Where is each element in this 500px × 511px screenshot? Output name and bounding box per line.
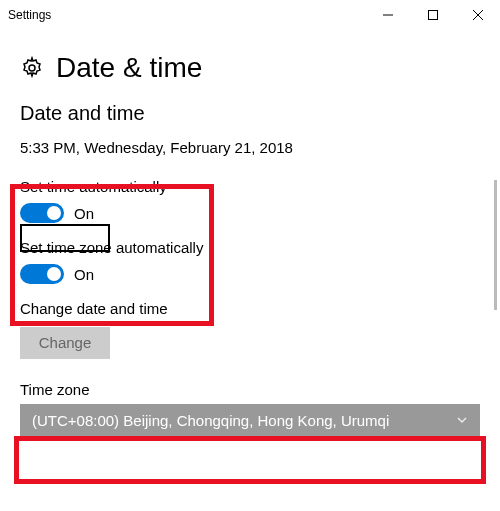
- page-header: Date & time: [20, 52, 480, 84]
- annotation-highlight: [14, 436, 486, 484]
- auto-tz-toggle[interactable]: [20, 264, 64, 284]
- auto-tz-toggle-row: On: [20, 264, 480, 284]
- svg-rect-1: [428, 11, 437, 20]
- window-controls: [365, 0, 500, 30]
- close-button[interactable]: [455, 0, 500, 30]
- change-datetime-label: Change date and time: [20, 300, 480, 317]
- setting-auto-time: Set time automatically On: [20, 178, 480, 223]
- timezone-selected: (UTC+08:00) Beijing, Chongqing, Hong Kon…: [32, 412, 389, 429]
- setting-auto-timezone: Set time zone automatically On: [20, 239, 480, 284]
- gear-icon: [20, 56, 44, 80]
- toggle-knob: [47, 206, 61, 220]
- timezone-dropdown[interactable]: (UTC+08:00) Beijing, Chongqing, Hong Kon…: [20, 404, 480, 436]
- auto-tz-label: Set time zone automatically: [20, 239, 480, 256]
- scroll-thumb[interactable]: [494, 180, 497, 310]
- window-title: Settings: [8, 8, 365, 22]
- chevron-down-icon: [456, 412, 468, 429]
- toggle-knob: [47, 267, 61, 281]
- current-datetime: 5:33 PM, Wednesday, February 21, 2018: [20, 139, 480, 156]
- titlebar: Settings: [0, 0, 500, 30]
- auto-tz-state: On: [74, 266, 94, 283]
- svg-point-4: [29, 65, 35, 71]
- minimize-button[interactable]: [365, 0, 410, 30]
- timezone-label: Time zone: [20, 381, 480, 398]
- auto-time-toggle[interactable]: [20, 203, 64, 223]
- page-title: Date & time: [56, 52, 202, 84]
- content-area: Date & time Date and time 5:33 PM, Wedne…: [0, 52, 500, 436]
- auto-time-state: On: [74, 205, 94, 222]
- change-button[interactable]: Change: [20, 327, 110, 359]
- auto-time-toggle-row: On: [20, 203, 480, 223]
- auto-time-label: Set time automatically: [20, 178, 480, 195]
- scrollbar[interactable]: [484, 30, 500, 511]
- section-title: Date and time: [20, 102, 480, 125]
- maximize-button[interactable]: [410, 0, 455, 30]
